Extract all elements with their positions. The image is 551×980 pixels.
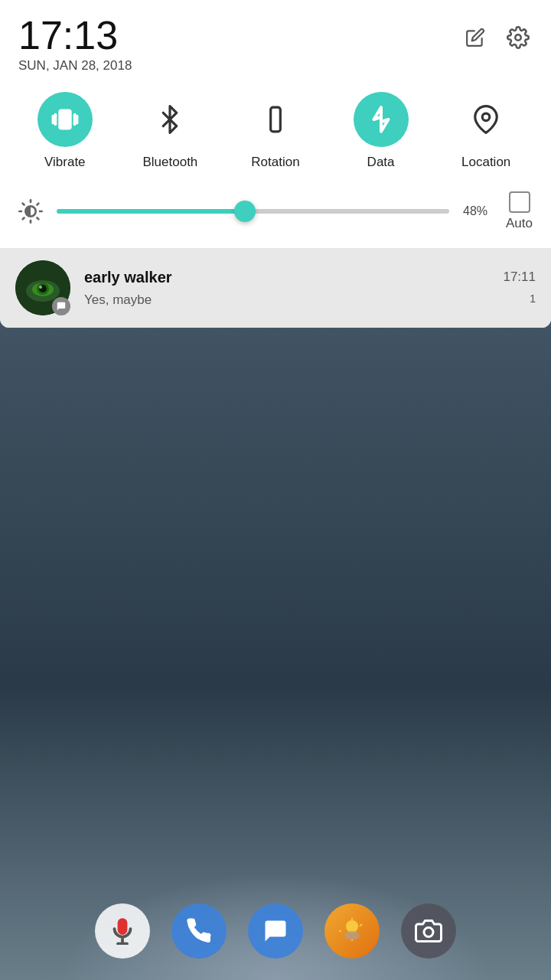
notif-message-row: Yes, maybe 1 <box>84 289 536 308</box>
svg-point-22 <box>39 286 42 289</box>
svg-line-15 <box>23 217 24 219</box>
svg-rect-6 <box>271 107 281 132</box>
clock-date: SUN, JAN 28, 2018 <box>18 58 132 74</box>
toggle-data[interactable]: Data <box>343 92 419 170</box>
svg-point-7 <box>482 113 490 121</box>
data-icon-wrap <box>354 92 409 147</box>
brightness-row: 48% Auto <box>0 185 551 248</box>
toggle-location[interactable]: Location <box>448 92 524 170</box>
time-section: 17:13 SUN, JAN 28, 2018 <box>18 15 132 74</box>
notif-message: Yes, maybe <box>84 292 152 308</box>
dock-camera[interactable] <box>401 903 456 959</box>
header-icon-group <box>461 15 533 52</box>
edit-button[interactable] <box>461 23 490 52</box>
svg-point-31 <box>344 931 360 940</box>
vibrate-icon-wrap <box>37 92 93 147</box>
notif-header-row: early walker 17:11 <box>84 269 536 286</box>
dock-messages[interactable] <box>248 903 303 959</box>
svg-rect-1 <box>59 109 71 129</box>
brightness-track <box>57 209 449 214</box>
toggle-vibrate[interactable]: Vibrate <box>27 92 103 170</box>
settings-button[interactable] <box>504 23 533 52</box>
toggle-rotation[interactable]: Rotation <box>237 92 314 170</box>
dock-mic[interactable] <box>95 903 150 959</box>
auto-brightness[interactable]: Auto <box>506 191 533 231</box>
bluetooth-icon-wrap <box>142 92 197 147</box>
clock-time: 17:13 <box>18 15 132 55</box>
bluetooth-label: Bluetooth <box>142 155 197 170</box>
svg-line-12 <box>37 217 38 219</box>
auto-label-text: Auto <box>506 216 533 231</box>
notification-panel: 17:13 SUN, JAN 28, 2018 <box>0 0 551 328</box>
dock-weather[interactable] <box>324 903 380 959</box>
quick-toggles: Vibrate Bluetooth Rotation <box>0 83 551 185</box>
brightness-icon <box>18 199 43 224</box>
svg-point-26 <box>346 920 358 933</box>
svg-line-11 <box>23 204 24 205</box>
notif-count: 1 <box>530 292 536 305</box>
brightness-slider[interactable] <box>57 203 449 220</box>
avatar-wrap <box>15 260 70 315</box>
location-label: Location <box>461 155 510 170</box>
brightness-percent: 48% <box>463 204 492 218</box>
data-label: Data <box>367 155 395 170</box>
svg-point-0 <box>515 34 521 41</box>
toggle-bluetooth[interactable]: Bluetooth <box>132 92 208 170</box>
rotation-label: Rotation <box>251 155 299 170</box>
status-header: 17:13 SUN, JAN 28, 2018 <box>0 0 551 83</box>
notification-content: early walker 17:11 Yes, maybe 1 <box>84 269 536 308</box>
notification-card[interactable]: early walker 17:11 Yes, maybe 1 <box>0 248 551 328</box>
auto-checkbox[interactable] <box>509 191 530 213</box>
svg-rect-23 <box>119 920 126 933</box>
app-dock <box>0 903 551 959</box>
svg-point-32 <box>424 928 433 937</box>
avatar-badge <box>52 297 70 315</box>
rotation-icon-wrap <box>248 92 303 147</box>
notif-time: 17:11 <box>503 270 536 285</box>
brightness-thumb <box>234 201 256 222</box>
location-icon-wrap <box>458 92 514 147</box>
notif-sender: early walker <box>84 269 172 286</box>
svg-line-16 <box>37 204 38 205</box>
vibrate-label: Vibrate <box>44 155 86 170</box>
svg-line-30 <box>360 924 362 926</box>
dock-phone[interactable] <box>171 903 227 959</box>
